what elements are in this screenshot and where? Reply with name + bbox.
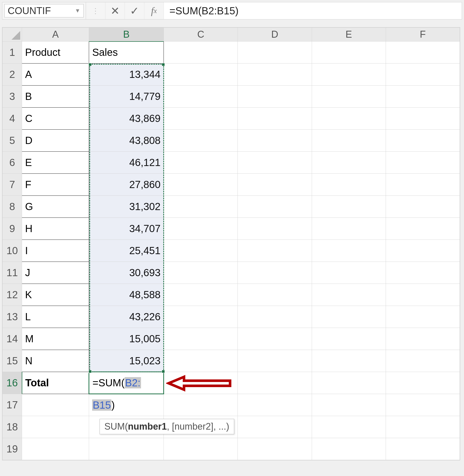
cell-A2[interactable]: A bbox=[22, 64, 89, 86]
cell-C4[interactable] bbox=[164, 108, 238, 130]
cell-F15[interactable] bbox=[386, 350, 460, 372]
cell-C13[interactable] bbox=[164, 306, 238, 328]
row-header-6[interactable]: 6 bbox=[3, 152, 22, 174]
cell-B8[interactable]: 31,302 bbox=[89, 196, 164, 218]
cell-D13[interactable] bbox=[238, 306, 312, 328]
chevron-down-icon[interactable]: ▼ bbox=[75, 7, 80, 14]
row-header-19[interactable]: 19 bbox=[3, 438, 22, 460]
row-header-18[interactable]: 18 bbox=[3, 416, 22, 438]
cell-F16[interactable] bbox=[386, 372, 460, 394]
cell-E16[interactable] bbox=[312, 372, 386, 394]
cell-A4[interactable]: C bbox=[22, 108, 89, 130]
cell-A13[interactable]: L bbox=[22, 306, 89, 328]
cell-C15[interactable] bbox=[164, 350, 238, 372]
cell-A16[interactable]: Total bbox=[22, 372, 89, 394]
cell-D6[interactable] bbox=[238, 152, 312, 174]
cell-D16[interactable] bbox=[238, 372, 312, 394]
cell-D4[interactable] bbox=[238, 108, 312, 130]
cell-E18[interactable] bbox=[312, 416, 386, 438]
cell-B19[interactable] bbox=[89, 438, 164, 460]
cell-B9[interactable]: 34,707 bbox=[89, 218, 164, 240]
col-header-E[interactable]: E bbox=[312, 28, 386, 42]
cell-E14[interactable] bbox=[312, 328, 386, 350]
cell-D2[interactable] bbox=[238, 64, 312, 86]
cell-B10[interactable]: 25,451 bbox=[89, 240, 164, 262]
select-all-corner[interactable] bbox=[3, 28, 22, 42]
cell-E11[interactable] bbox=[312, 262, 386, 284]
row-header-4[interactable]: 4 bbox=[3, 108, 22, 130]
cell-C10[interactable] bbox=[164, 240, 238, 262]
cell-C12[interactable] bbox=[164, 284, 238, 306]
cell-E1[interactable] bbox=[312, 42, 386, 64]
row-header-8[interactable]: 8 bbox=[3, 196, 22, 218]
cell-A14[interactable]: M bbox=[22, 328, 89, 350]
cell-B7[interactable]: 27,860 bbox=[89, 174, 164, 196]
cell-C7[interactable] bbox=[164, 174, 238, 196]
cell-D18[interactable] bbox=[238, 416, 312, 438]
cell-A19[interactable] bbox=[22, 438, 89, 460]
cell-E10[interactable] bbox=[312, 240, 386, 262]
row-header-7[interactable]: 7 bbox=[3, 174, 22, 196]
cell-C14[interactable] bbox=[164, 328, 238, 350]
cell-E9[interactable] bbox=[312, 218, 386, 240]
cell-C8[interactable] bbox=[164, 196, 238, 218]
cell-A18[interactable] bbox=[22, 416, 89, 438]
cell-D19[interactable] bbox=[238, 438, 312, 460]
cell-E17[interactable] bbox=[312, 394, 386, 416]
cell-C16[interactable] bbox=[164, 372, 238, 394]
row-header-9[interactable]: 9 bbox=[3, 218, 22, 240]
cell-E6[interactable] bbox=[312, 152, 386, 174]
cell-A10[interactable]: I bbox=[22, 240, 89, 262]
cell-F10[interactable] bbox=[386, 240, 460, 262]
cell-D7[interactable] bbox=[238, 174, 312, 196]
cell-E3[interactable] bbox=[312, 86, 386, 108]
cell-F1[interactable] bbox=[386, 42, 460, 64]
col-header-B[interactable]: B bbox=[89, 28, 164, 42]
cell-B1[interactable]: Sales bbox=[89, 42, 164, 64]
cell-A15[interactable]: N bbox=[22, 350, 89, 372]
cell-F8[interactable] bbox=[386, 196, 460, 218]
cell-A7[interactable]: F bbox=[22, 174, 89, 196]
cell-B16[interactable]: =SUM(B2: bbox=[89, 372, 164, 394]
name-box[interactable]: COUNTIF ▼ bbox=[4, 4, 84, 17]
cell-A8[interactable]: G bbox=[22, 196, 89, 218]
cell-B4[interactable]: 43,869 bbox=[89, 108, 164, 130]
cancel-button[interactable]: ✕ bbox=[105, 2, 125, 19]
cell-B14[interactable]: 15,005 bbox=[89, 328, 164, 350]
cell-A1[interactable]: Product bbox=[22, 42, 89, 64]
cell-F17[interactable] bbox=[386, 394, 460, 416]
col-header-F[interactable]: F bbox=[386, 28, 460, 42]
row-header-3[interactable]: 3 bbox=[3, 86, 22, 108]
cell-E12[interactable] bbox=[312, 284, 386, 306]
cell-D9[interactable] bbox=[238, 218, 312, 240]
cell-E7[interactable] bbox=[312, 174, 386, 196]
cell-D17[interactable] bbox=[238, 394, 312, 416]
cell-E15[interactable] bbox=[312, 350, 386, 372]
cell-C19[interactable] bbox=[164, 438, 238, 460]
cell-E2[interactable] bbox=[312, 64, 386, 86]
cell-A3[interactable]: B bbox=[22, 86, 89, 108]
cell-B3[interactable]: 14,779 bbox=[89, 86, 164, 108]
cell-B17[interactable]: B15) bbox=[89, 394, 164, 416]
row-header-10[interactable]: 10 bbox=[3, 240, 22, 262]
cell-C1[interactable] bbox=[164, 42, 238, 64]
row-header-11[interactable]: 11 bbox=[3, 262, 22, 284]
cell-F18[interactable] bbox=[386, 416, 460, 438]
col-header-A[interactable]: A bbox=[22, 28, 89, 42]
cell-D1[interactable] bbox=[238, 42, 312, 64]
cell-F5[interactable] bbox=[386, 130, 460, 152]
cell-E5[interactable] bbox=[312, 130, 386, 152]
row-header-13[interactable]: 13 bbox=[3, 306, 22, 328]
cell-B6[interactable]: 46,121 bbox=[89, 152, 164, 174]
enter-button[interactable]: ✓ bbox=[125, 2, 144, 19]
cell-D14[interactable] bbox=[238, 328, 312, 350]
cell-F13[interactable] bbox=[386, 306, 460, 328]
row-header-16[interactable]: 16 bbox=[3, 372, 22, 394]
formula-input[interactable]: =SUM(B2:B15) bbox=[164, 2, 462, 19]
cell-E4[interactable] bbox=[312, 108, 386, 130]
cell-F7[interactable] bbox=[386, 174, 460, 196]
cell-B11[interactable]: 30,693 bbox=[89, 262, 164, 284]
row-header-1[interactable]: 1 bbox=[3, 42, 22, 64]
cell-B15[interactable]: 15,023 bbox=[89, 350, 164, 372]
cell-F9[interactable] bbox=[386, 218, 460, 240]
